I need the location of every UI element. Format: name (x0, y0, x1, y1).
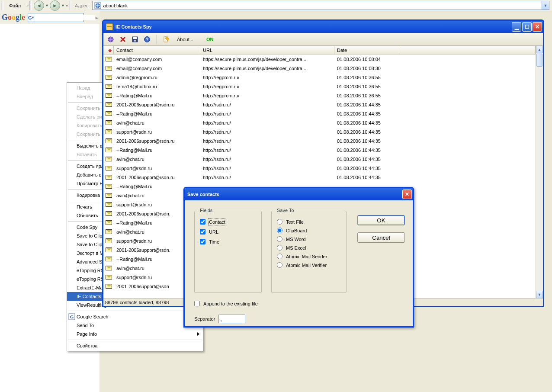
separator-label: Separator (194, 316, 215, 321)
google-g-icon: G (68, 313, 75, 320)
table-row[interactable]: support@rsdn.ruhttp://rsdn.ru/01.08.2006… (103, 164, 536, 173)
radio-ams-label[interactable]: Atomic Mail Sender (286, 254, 327, 259)
radio-clipboard[interactable] (277, 228, 282, 233)
cell-url: https://secure.plimus.com/jsp/developer_… (200, 57, 334, 62)
col-contact[interactable]: Contact (114, 46, 200, 54)
table-row[interactable]: support@rsdn.ruhttp://rsdn.ru/01.08.2006… (103, 127, 536, 136)
back-button[interactable]: ◄ (34, 0, 44, 11)
mail-icon (103, 120, 114, 125)
radio-ams[interactable] (277, 254, 282, 259)
table-row[interactable]: tema18@hotbox.ruhttp://regprom.ru/01.08.… (103, 82, 536, 91)
address-bar[interactable]: ▼ (92, 1, 549, 10)
ok-button[interactable]: OK (357, 215, 405, 225)
chk-contact[interactable] (200, 219, 205, 225)
menu-item[interactable]: Page Info (67, 330, 203, 338)
mail-icon (103, 202, 114, 207)
menu-file[interactable]: Файл (4, 1, 26, 10)
table-row[interactable]: --Rating@Mail.ruhttp://rsdn.ru/01.08.200… (103, 145, 536, 154)
cell-url: http://rsdn.ru/ (200, 120, 334, 125)
separator-row: Separator (194, 315, 245, 323)
google-logo: Google (2, 13, 25, 22)
table-row[interactable]: avin@chat.ruhttp://rsdn.ru/01.08.2006 10… (103, 118, 536, 127)
cell-url: http://rsdn.ru/ (200, 102, 334, 107)
radio-msexcel[interactable] (277, 245, 282, 251)
dialog-title: Save contacts (187, 192, 219, 197)
table-row[interactable]: --Rating@Mail.ruhttp://regprom.ru/01.08.… (103, 91, 536, 100)
mail-icon (103, 84, 114, 89)
mail-icon (103, 57, 114, 61)
google-search-input[interactable] (35, 15, 95, 20)
radio-msword[interactable] (277, 236, 282, 242)
address-dropdown[interactable]: ▼ (542, 1, 549, 10)
delete-icon[interactable] (118, 35, 128, 44)
submenu-arrow-icon (197, 332, 199, 336)
help-icon[interactable]: ? (142, 35, 152, 44)
vertical-scrollbar[interactable]: ▲ ▼ (536, 46, 543, 298)
menu-item[interactable]: Google SearchG (67, 312, 203, 321)
forward-button[interactable]: ► (50, 0, 60, 11)
cell-url: http://regprom.ru/ (200, 84, 334, 89)
about-button[interactable]: About... (173, 36, 197, 43)
table-row[interactable]: 2001-2006support@rsdn.ruhttp://rsdn.ru/0… (103, 173, 536, 182)
table-row[interactable]: 2001-2006support@rsdn.ruhttp://rsdn.ru/0… (103, 136, 536, 145)
radio-msexcel-label[interactable]: MS Excel (286, 245, 306, 251)
minimize-button[interactable]: ▁ (512, 22, 521, 32)
chk-time[interactable] (200, 239, 205, 244)
table-row[interactable]: --Rating@Mail.ruhttp://rsdn.ru/01.08.200… (103, 109, 536, 118)
svg-text:?: ? (146, 37, 148, 42)
radio-amv-label[interactable]: Atomic Mail Verifier (286, 263, 327, 268)
dropdown-icon[interactable]: ▼ (61, 3, 65, 8)
cell-contact: --Rating@Mail.ru (114, 111, 200, 116)
mail-icon (103, 138, 114, 143)
chk-url[interactable] (200, 229, 205, 235)
google-search-box[interactable]: G▾ (28, 13, 84, 22)
table-row[interactable]: admin@regprom.ruhttp://regprom.ru/01.08.… (103, 73, 536, 82)
svg-rect-7 (134, 40, 136, 42)
edit-icon[interactable] (161, 35, 171, 44)
table-row[interactable]: avin@chat.ruhttp://rsdn.ru/01.08.2006 10… (103, 154, 536, 164)
chk-url-label[interactable]: URL (209, 229, 218, 235)
menu-item[interactable]: Send To (67, 321, 203, 330)
save-icon[interactable] (130, 35, 140, 44)
dropdown-icon[interactable]: ▼ (45, 3, 49, 8)
chk-contact-label[interactable]: Contact (209, 219, 225, 225)
table-row[interactable]: email@company.comhttps://secure.plimus.c… (103, 55, 536, 64)
globe-icon[interactable] (106, 35, 116, 44)
cancel-button[interactable]: Cancel (357, 232, 405, 243)
dialog-titlebar[interactable]: Save contacts ✕ (185, 188, 413, 200)
scroll-down-icon[interactable]: ▼ (536, 291, 543, 298)
titlebar[interactable]: IE Contacts Spy ▁ ☐ ✕ (103, 21, 543, 33)
cell-contact: tema18@hotbox.ru (114, 84, 200, 89)
col-url[interactable]: URL (200, 46, 334, 54)
grid-header: ◆ Contact URL Date (103, 46, 536, 55)
chk-append[interactable] (194, 301, 200, 306)
col-marker[interactable]: ◆ (103, 46, 114, 54)
grip (1, 1, 3, 10)
cell-date: 01.08.2006 10:44:35 (334, 120, 399, 125)
menu-item[interactable]: Свойства (67, 341, 203, 350)
scroll-up-icon[interactable]: ▲ (536, 46, 543, 53)
cell-date: 01.08.2006 10:44:35 (334, 166, 399, 171)
table-row[interactable]: 2001-2006support@rsdn.ruhttp://rsdn.ru/0… (103, 100, 536, 109)
mail-icon (103, 111, 114, 116)
radio-msword-label[interactable]: MS Word (286, 237, 306, 242)
radio-clipboard-label[interactable]: ClipBoard (286, 228, 307, 233)
maximize-button[interactable]: ☐ (522, 22, 532, 32)
table-row[interactable]: email@company.comhttps://secure.plimus.c… (103, 64, 536, 73)
close-button[interactable]: ✕ (533, 22, 542, 32)
cell-contact: 2001-2006support@rsdn.ru (114, 102, 200, 107)
radio-textfile-label[interactable]: Text File (286, 219, 304, 225)
separator-input[interactable] (218, 315, 245, 323)
address-input[interactable] (103, 2, 542, 9)
radio-amv[interactable] (277, 262, 282, 268)
append-row: Append to the existing file (194, 301, 258, 306)
grip (69, 1, 71, 10)
chk-append-label[interactable]: Append to the existing file (203, 301, 258, 306)
col-date[interactable]: Date (334, 46, 399, 54)
mail-icon (103, 75, 114, 80)
chk-time-label[interactable]: Time (209, 239, 219, 244)
dialog-close-button[interactable]: ✕ (402, 190, 412, 199)
scroll-thumb[interactable] (536, 54, 542, 67)
radio-textfile[interactable] (277, 219, 282, 225)
cell-url: http://rsdn.ru/ (200, 175, 334, 180)
